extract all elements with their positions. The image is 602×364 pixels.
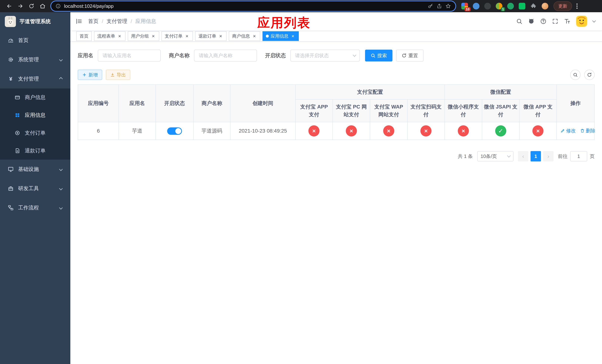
- breadcrumb-home[interactable]: 首页: [88, 18, 98, 25]
- navbar: 首页 / 支付管理 / 应用信息 应用列表: [70, 12, 602, 31]
- sidebar-item-label: 工作流程: [18, 204, 39, 211]
- next-page-button[interactable]: ›: [543, 151, 553, 161]
- tags-view: 首页 流程表单 × 用户分组 × 支付订单 × 退款订单 ×: [70, 31, 602, 42]
- tab-app-info[interactable]: 应用信息 ×: [262, 31, 299, 41]
- workflow-icon: [7, 205, 15, 211]
- export-button[interactable]: 导出: [106, 70, 130, 80]
- active-tab-dot: [266, 35, 269, 38]
- status-select-placeholder: 请选择开启状态: [295, 52, 329, 59]
- col-app-id: 应用编号: [78, 85, 119, 122]
- col-wx-app: 微信 APP 支付: [519, 99, 557, 122]
- sidebar-item-devtools[interactable]: 研发工具: [0, 179, 70, 198]
- font-size-icon[interactable]: [564, 18, 570, 25]
- page-content: 应用名 商户名称 开启状态 请选择开启状态 搜索: [70, 42, 602, 364]
- tab-user-group[interactable]: 用户分组 ×: [128, 31, 159, 41]
- bookmark-star-icon[interactable]: [445, 3, 451, 9]
- prev-page-button[interactable]: ‹: [518, 151, 528, 161]
- url-text[interactable]: localhost:1024/pay/app: [64, 3, 424, 9]
- reload-button[interactable]: [26, 1, 37, 11]
- page-info-icon[interactable]: [55, 3, 61, 9]
- breadcrumb-payment[interactable]: 支付管理: [107, 18, 127, 25]
- pagination-total: 共 1 条: [458, 153, 473, 160]
- refresh-table-button[interactable]: [584, 70, 595, 80]
- sidebar-item-home[interactable]: 首页: [0, 31, 70, 50]
- page-number-button[interactable]: 1: [531, 151, 541, 161]
- channel-status-icon: ×: [383, 125, 394, 137]
- sidebar-item-payment[interactable]: ¥ 支付管理: [0, 69, 70, 88]
- close-icon[interactable]: ×: [117, 33, 122, 39]
- sidebar-subitem-refund-order[interactable]: 退款订单: [0, 142, 70, 160]
- delete-button[interactable]: 删除: [580, 127, 595, 135]
- chrome-update-button[interactable]: 更新: [553, 1, 572, 11]
- main-area: 首页 / 支付管理 / 应用信息 应用列表: [70, 12, 602, 364]
- fullscreen-icon[interactable]: [552, 18, 558, 24]
- extension-blue-icon[interactable]: [473, 3, 479, 10]
- extension-badge: 10: [465, 7, 471, 11]
- sidebar-item-system[interactable]: 系统管理: [0, 50, 70, 69]
- extension-avatar-icon[interactable]: 1: [496, 3, 502, 10]
- edit-button[interactable]: 修改: [560, 127, 576, 135]
- col-alipay-app: 支付宝 APP 支付: [295, 99, 333, 122]
- user-avatar[interactable]: [576, 16, 587, 27]
- tab-home[interactable]: 首页: [76, 31, 92, 41]
- profile-avatar-icon[interactable]: [542, 3, 548, 10]
- extension-chat-icon[interactable]: [519, 3, 525, 10]
- close-icon[interactable]: ×: [290, 33, 295, 39]
- add-button[interactable]: 新增: [78, 70, 102, 80]
- cell-alipay-qr: ×: [408, 122, 445, 140]
- forward-button[interactable]: [15, 1, 26, 11]
- extension-grid-icon[interactable]: 10: [461, 3, 468, 10]
- pencil-icon: [560, 128, 565, 133]
- close-icon[interactable]: ×: [218, 33, 223, 39]
- help-question-icon[interactable]: [540, 18, 547, 24]
- sidebar-item-infrastructure[interactable]: 基础设施: [0, 160, 70, 179]
- github-icon[interactable]: [528, 18, 535, 25]
- extension-green-icon[interactable]: [507, 3, 514, 10]
- sidebar-item-label: 支付管理: [18, 75, 39, 82]
- app-name-input[interactable]: [98, 50, 161, 62]
- share-icon[interactable]: [437, 3, 442, 9]
- app-table: 应用编号 应用名 开启状态 商户名称 创建时间 支付宝配置 微信配置 操作 支付…: [78, 85, 595, 140]
- back-button[interactable]: [4, 1, 15, 11]
- sidebar-collapse-icon[interactable]: [75, 18, 82, 25]
- browser-menu-icon[interactable]: [576, 3, 578, 9]
- cell-status: [156, 122, 194, 140]
- address-bar[interactable]: localhost:1024/pay/app: [51, 1, 455, 11]
- sidebar-subitem-app-info[interactable]: 应用信息: [0, 106, 70, 124]
- refresh-icon: [402, 53, 407, 58]
- tab-merchant-info[interactable]: 商户信息 ×: [229, 31, 260, 41]
- status-toggle[interactable]: [167, 127, 182, 135]
- merchant-name-input[interactable]: [194, 50, 257, 62]
- home-button[interactable]: [37, 1, 48, 11]
- monitor-icon: [7, 166, 15, 172]
- reset-button[interactable]: 重置: [396, 50, 424, 62]
- col-wx-jsapi: 微信 JSAPI 支付: [482, 99, 519, 122]
- tab-payment-order[interactable]: 支付订单 ×: [161, 31, 193, 41]
- col-actions: 操作: [557, 85, 594, 122]
- screen: localhost:1024/pay/app 10 1: [0, 0, 602, 364]
- extension-dark-icon[interactable]: [484, 3, 491, 10]
- tab-label: 支付订单: [165, 33, 183, 39]
- col-alipay-pc: 支付宝 PC 网站支付: [333, 99, 370, 122]
- status-select[interactable]: 请选择开启状态: [290, 50, 360, 62]
- password-key-icon[interactable]: [428, 3, 433, 9]
- tab-label: 退款订单: [198, 33, 216, 39]
- search-icon[interactable]: [516, 18, 522, 24]
- chevron-down-icon[interactable]: [592, 19, 596, 22]
- close-icon[interactable]: ×: [252, 33, 257, 39]
- page-size-select[interactable]: 10条/页: [477, 151, 514, 161]
- goto-page-input[interactable]: [570, 151, 587, 161]
- tab-process-form[interactable]: 流程表单 ×: [94, 31, 126, 41]
- cell-wx-app: ×: [519, 122, 557, 140]
- sidebar-subitem-payment-order[interactable]: 支付订单: [0, 124, 70, 142]
- sidebar-logo[interactable]: 芋道管理系统: [0, 12, 70, 31]
- close-icon[interactable]: ×: [151, 33, 156, 39]
- breadcrumb: 首页 / 支付管理 / 应用信息: [88, 18, 156, 25]
- sidebar-item-workflow[interactable]: 工作流程: [0, 198, 70, 217]
- close-icon[interactable]: ×: [184, 33, 190, 39]
- extensions-puzzle-icon[interactable]: [530, 3, 537, 10]
- toggle-search-button[interactable]: [570, 70, 580, 80]
- tab-refund-order[interactable]: 退款订单 ×: [195, 31, 226, 41]
- sidebar-subitem-merchant-info[interactable]: 商户信息: [0, 88, 70, 106]
- search-button[interactable]: 搜索: [365, 50, 392, 62]
